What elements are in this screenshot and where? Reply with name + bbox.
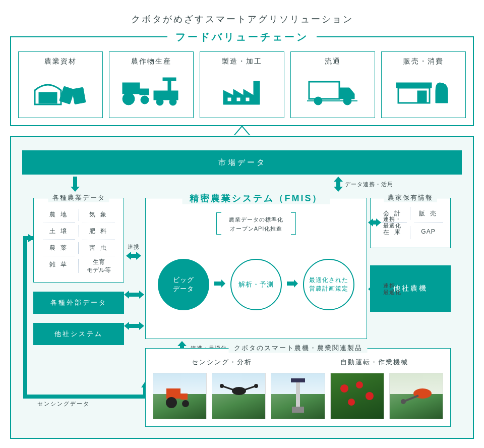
store-icon	[382, 66, 465, 118]
svg-marker-26	[334, 177, 343, 182]
svg-rect-12	[227, 97, 231, 101]
svg-point-56	[182, 400, 189, 407]
svg-rect-46	[373, 220, 376, 225]
svg-rect-21	[417, 91, 427, 103]
circle-plan: 最適化された 営農計画策定	[303, 259, 354, 310]
svg-rect-2	[72, 87, 86, 104]
svg-point-68	[348, 399, 355, 406]
kubota-products-row	[153, 373, 443, 419]
agri-data-title: 各種農業データ	[48, 193, 109, 202]
warehouse-icon	[19, 66, 102, 118]
svg-rect-53	[166, 388, 180, 399]
svg-point-8	[156, 98, 163, 105]
svg-point-55	[166, 397, 177, 408]
svg-rect-38	[214, 282, 221, 286]
fc-card-factory: 製造・加工	[200, 51, 284, 118]
svg-marker-42	[177, 341, 187, 346]
svg-rect-3	[123, 83, 140, 94]
arrow-label: データ連携・活用	[345, 181, 393, 188]
tractor-icon	[109, 66, 193, 118]
fc-label: 販売・消費	[403, 57, 444, 66]
kp-img-sprayer	[389, 373, 443, 419]
svg-marker-48	[368, 285, 373, 293]
circle-bigdata: ビッグ データ	[158, 259, 209, 310]
svg-marker-22	[233, 126, 251, 136]
fmis-title: 精密農業システム（FMIS）	[183, 192, 330, 204]
fc-label: 農作物生産	[131, 57, 171, 66]
main-panel: 市場データ データ連携・活用 各種農業データ 農 地 気 象 土 壌 肥 料 農…	[10, 136, 474, 439]
svg-point-71	[401, 399, 406, 404]
arrow-link-opt-r1: 連携・ 最適化	[368, 216, 401, 229]
svg-marker-47	[376, 218, 381, 227]
kp-sub-auto: 自動運転・作業機械	[298, 358, 450, 367]
farmer-info-title: 農家保有情報	[384, 193, 437, 202]
svg-point-60	[220, 384, 224, 388]
arrow-link-opt-r2: 連携・ 最適化	[368, 283, 401, 296]
market-data-label: 市場データ	[218, 158, 266, 167]
fc-label: 農業資材	[44, 57, 77, 66]
svg-rect-14	[246, 97, 250, 101]
fi-cell: GAP	[410, 223, 446, 242]
arrow-label: 連携・ 最適化	[383, 283, 401, 296]
kp-img-drone	[212, 373, 266, 419]
svg-rect-62	[296, 381, 300, 409]
ad-cell: 農 地	[39, 206, 79, 223]
fmis-note-line: 農業データの標準化	[229, 216, 283, 222]
bracket-icon	[216, 212, 221, 235]
svg-rect-1	[59, 86, 75, 104]
svg-point-65	[340, 384, 348, 393]
svg-point-9	[169, 98, 176, 105]
svg-rect-4	[140, 89, 149, 95]
svg-point-6	[141, 96, 149, 104]
svg-marker-39	[221, 279, 225, 288]
svg-rect-11	[163, 78, 176, 81]
svg-point-67	[366, 392, 374, 400]
svg-rect-13	[236, 97, 240, 101]
fc-card-retail: 販売・消費	[381, 51, 466, 118]
svg-point-5	[123, 93, 135, 105]
svg-marker-45	[368, 218, 373, 227]
sensing-path-icon	[21, 238, 147, 405]
fmis-circles: ビッグ データ 解析・予測 最適化された 営農計画策定	[146, 259, 367, 310]
svg-rect-24	[73, 177, 77, 187]
svg-marker-50	[376, 285, 381, 293]
truck-icon	[291, 66, 375, 118]
fc-card-truck: 流通	[290, 51, 375, 118]
ad-cell: 土 壌	[39, 223, 79, 240]
factory-icon	[200, 66, 284, 118]
svg-rect-54	[180, 394, 188, 400]
fc-label: 流通	[325, 57, 341, 66]
kubota-products-title: クボタのスマート農機・農業関連製品	[229, 344, 368, 353]
svg-rect-40	[287, 282, 294, 286]
svg-rect-63	[291, 378, 305, 382]
svg-point-57	[232, 387, 246, 395]
fc-card-production: 農作物生産	[109, 51, 194, 118]
svg-rect-49	[373, 287, 376, 291]
svg-marker-41	[294, 279, 298, 288]
page-title: クボタがめざすスマートアグリソリューション	[0, 13, 484, 25]
arrow-data-link: データ連携・活用	[334, 177, 393, 192]
kubota-products-box: クボタのスマート農機・農業関連製品 センシング・分析 自動運転・作業機械	[145, 348, 451, 427]
fmis-note-line: オープンAPI化推進	[230, 226, 283, 232]
fc-card-materials: 農業資材	[18, 51, 103, 118]
svg-rect-64	[292, 407, 304, 413]
svg-marker-25	[71, 187, 80, 192]
ad-cell: 気 象	[79, 206, 118, 223]
svg-rect-27	[336, 182, 340, 187]
svg-rect-15	[309, 82, 339, 99]
fmis-box: 精密農業システム（FMIS） 農業データの標準化 オープンAPI化推進 ビッグ …	[145, 198, 367, 339]
fi-cell: 販 売	[410, 204, 446, 223]
svg-point-61	[254, 384, 258, 388]
ad-cell: 肥 料	[79, 223, 118, 240]
food-chain-title: フードバリューチェーン	[167, 30, 317, 44]
fc-label: 製造・加工	[222, 57, 262, 66]
bracket-icon	[291, 212, 296, 235]
svg-rect-0	[39, 92, 57, 103]
kp-img-sensor	[271, 373, 325, 419]
kp-sub-sensing: センシング・分析	[146, 358, 298, 367]
arrow-label: 連携・ 最適化	[383, 216, 401, 229]
arrow-right-icon	[287, 279, 298, 290]
circle-analysis: 解析・予測	[230, 259, 282, 310]
kubota-products-subtitles: センシング・分析 自動運転・作業機械	[146, 358, 450, 367]
arrow-down-icon	[71, 177, 80, 192]
